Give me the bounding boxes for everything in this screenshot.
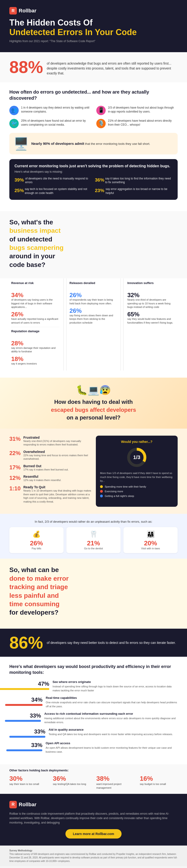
boost-bar-wrap-4: 33% [9, 728, 45, 738]
what-section: So, what can be done to make error track… [0, 559, 187, 628]
boost-content-1: See where errors originate Instead of sp… [53, 680, 178, 692]
boost-section: Here's what developers say would boost p… [0, 657, 187, 764]
reputation-text-2: say it angers investors [11, 362, 60, 366]
boost-content-4: Aid in quality assurance Testing and QA … [49, 728, 173, 736]
boost-desc-5: An open API allows development teams to … [45, 746, 178, 753]
activity-box-dentist: 🦷 21% Go to the dentist [66, 527, 121, 553]
biz-h2: business impact [9, 227, 61, 234]
boost-bar-3 [5, 720, 41, 722]
stat-86-section: 86% of developers say they need better t… [0, 629, 187, 657]
personal-layout: 31% Frustrated Nearly one-third (31%) of… [9, 436, 178, 507]
banner-line1: How does having to deal with [54, 399, 133, 405]
revenue-pct-2: 26% [11, 311, 60, 317]
missing-text-2: say it takes too long to find the inform… [105, 177, 173, 185]
stat-86-number: 86% [9, 634, 43, 651]
innovation-col: Innovation suffers 32% Nearly one-third … [123, 278, 178, 371]
survey-note: Survey Methodology This national survey … [0, 845, 187, 866]
how-item-3: 🐦 25% of developers have found out about… [9, 119, 91, 128]
factor-1: 30% say their team is too small [9, 775, 47, 789]
innovation-pct-2: 65% [127, 311, 176, 317]
social-icon: 🐦 [9, 119, 19, 128]
factor-desc-1: say their team is too small [9, 782, 47, 786]
dark-box-subtitle: Here's what developers say is missing: [14, 170, 173, 174]
releases-title: Releases derailed [69, 281, 117, 290]
feelings-list: 31% Frustrated Nearly one-third (31%) of… [9, 436, 91, 507]
page-title: The Hidden Costs Of Undetected Errors In… [9, 18, 178, 37]
what-h4: less painful and [9, 592, 59, 599]
how-often-grid: 👥 1 in 4 developers say they detect erro… [9, 106, 178, 128]
how-item-4: 🎙️ 21% of developers have heard about er… [96, 119, 178, 128]
biz-h1: So, what's the [9, 219, 53, 226]
donut-label: 1/3 [133, 454, 141, 460]
how-item-3-text: 25% of developers have found out about a… [21, 119, 91, 127]
boost-item-2: 34% Real-time capabilities One-minute sn… [9, 696, 178, 708]
factor-pct-3: 38% [96, 775, 134, 782]
overwhelmed-desc: 22% say losing time and focus to errors … [23, 454, 91, 461]
dentist-icon: 🦷 [69, 530, 118, 538]
what-h2: done to make error [9, 575, 69, 582]
banner-line2: escaped bugs affect developers [51, 407, 136, 413]
boost-desc-2: One-minute snapshots and error rate char… [46, 701, 178, 708]
quit-label: Ready To Quit [23, 485, 91, 489]
burnedout-label: Burned Out [23, 464, 68, 468]
bugs-banner: 🐛💻😰 How does having to deal with escaped… [0, 378, 187, 429]
sleep-text: Getting a full night's sleep [105, 495, 134, 497]
what-h1: So, what can be [9, 566, 59, 574]
burnedout-desc: 17% say it makes them feel burned out. [23, 468, 68, 471]
report-icon: 📱 [96, 106, 106, 115]
boost-bar-wrap-1: 47% [9, 680, 49, 690]
missing-item-2: 36% say it takes too long to find the in… [95, 177, 173, 185]
header: R Rollbar The Hidden Costs Of Undetected… [0, 0, 187, 52]
boost-desc-4: Testing and QA takes too long and develo… [49, 732, 173, 736]
would-rather-desc: More than 1/3 of developers said if they… [100, 471, 174, 483]
missing-grid: 39% of developers cite the need to manua… [14, 177, 173, 195]
monitor-icon: 🖥️ [13, 136, 28, 151]
factor-desc-4: say budget is too small [140, 782, 178, 786]
title-line1: The Hidden Costs Of [9, 18, 93, 27]
boost-pct-1: 47% [38, 681, 49, 687]
boost-item-1: 47% See where errors originate Instead o… [9, 680, 178, 692]
boost-title-1: See where errors originate [53, 680, 178, 684]
sleep-dot [100, 495, 103, 497]
feeling-overwhelmed: 22% Overwhelmed 22% say losing time and … [9, 450, 91, 461]
inlaws-pct: 20% [126, 539, 175, 547]
revenue-text-1: of developers say losing users is the bi… [11, 298, 60, 309]
overwhelmed-pct: 22% [9, 450, 21, 457]
boost-desc-3: Having additional context about the envi… [44, 716, 178, 724]
activity-box-bills: 💰 26% Pay bills [9, 527, 64, 553]
boost-bar-4 [9, 736, 45, 738]
logo: R Rollbar [9, 7, 178, 14]
bills-label: Pay bills [12, 547, 61, 550]
business-section: So, what's the business impact of undete… [0, 211, 187, 278]
reputation-text-1: say errors damage their reputation and a… [11, 346, 60, 353]
dark-box-title: Current error monitoring tools just aren… [14, 164, 173, 169]
boost-desc-1: Instead of spending time sifting through… [53, 685, 178, 692]
missing-item-4: 23% say error aggregation is too broad o… [95, 187, 173, 195]
stat-88-text: of developers acknowledge that bugs and … [47, 59, 178, 76]
activity-family: Spending more time with their family [100, 485, 174, 488]
nearly-90-box: 🖥️ Nearly 90% of developers admit that t… [9, 133, 178, 154]
boost-bar-wrap-2: 34% [9, 696, 42, 706]
burnedout-pct: 17% [9, 464, 21, 471]
inlaws-icon: 👨‍👩‍👧 [126, 530, 175, 538]
feeling-burnedout: 17% Burned Out 17% say it makes them fee… [9, 464, 91, 471]
bills-pct: 26% [12, 539, 61, 547]
missing-text-3: say tech is too focused on system stabil… [25, 187, 92, 195]
bills-icon: 💰 [12, 530, 61, 538]
feeling-resentful: 12% Resentful 12% say it makes them rese… [9, 475, 91, 482]
nearly-90-rest: that the error monitoring tools they use… [85, 142, 150, 146]
feeling-quit: 1:10 Ready To Quit Nearly 1 in 10 develo… [9, 485, 91, 503]
revenue-col: Revenue at risk 34% of developers say lo… [9, 278, 64, 371]
header-subtitle: Highlights from our 2021 report: "The St… [9, 39, 178, 43]
factor-pct-2: 36% [53, 775, 91, 782]
reputation-pct-1: 28% [11, 340, 60, 346]
activity-exercise: Exercising more [100, 490, 174, 493]
boost-content-5: Open API access An open API allows devel… [45, 741, 178, 753]
revenue-entry-2: 26% have actually reported losing a sign… [11, 311, 60, 324]
boost-title-4: Aid in quality assurance [49, 728, 173, 732]
cta-button[interactable]: Learn more at Rollbar.com [65, 829, 122, 839]
boost-pct-2: 34% [31, 696, 42, 703]
quit-desc: Nearly 1 in 10 developers say that deali… [23, 489, 91, 503]
how-item-2-text: 2/3 of developers have found out about b… [108, 106, 178, 114]
releases-text-2: say fixing errors slows them down and ke… [69, 314, 117, 324]
